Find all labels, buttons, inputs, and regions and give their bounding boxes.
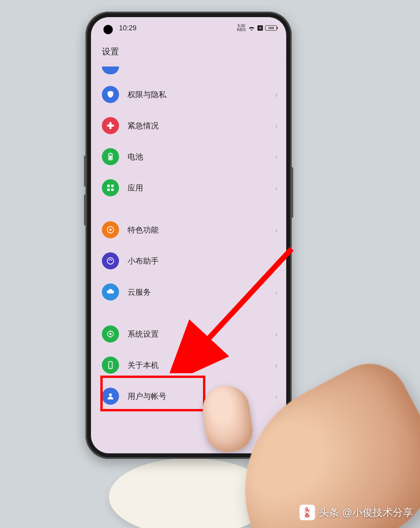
power-button	[291, 167, 293, 218]
svg-rect-8	[107, 189, 110, 191]
svg-rect-5	[110, 153, 111, 154]
phone-screen: 10:29 9.00 KB/S ✕ 100 设置 权限与隐私›紧急情况›电池›应…	[91, 17, 286, 453]
svg-point-15	[110, 367, 111, 368]
partial-previous-item	[102, 66, 286, 74]
chevron-right-icon: ›	[275, 392, 278, 401]
status-right: 9.00 KB/S ✕ 100	[237, 24, 277, 32]
volume-down-button	[84, 194, 86, 226]
settings-item-special[interactable]: 特色功能›	[91, 214, 286, 245]
phone-icon	[102, 357, 119, 374]
shield-icon	[102, 86, 119, 103]
settings-item-assistant[interactable]: 小布助手›	[91, 245, 286, 276]
settings-item-label: 云服务	[128, 287, 266, 297]
settings-item-users[interactable]: 用户与帐号›	[91, 381, 286, 412]
svg-point-12	[107, 258, 114, 264]
svg-rect-7	[111, 185, 114, 187]
settings-item-privacy[interactable]: 权限与隐私›	[91, 79, 286, 110]
chevron-right-icon: ›	[275, 121, 278, 130]
medical-icon	[102, 117, 119, 134]
status-time: 10:29	[119, 24, 136, 32]
star-icon	[102, 221, 119, 238]
watermark-logo: 头条	[299, 505, 315, 520]
chevron-right-icon: ›	[275, 330, 278, 339]
settings-item-label: 特色功能	[128, 225, 266, 235]
settings-item-emergency[interactable]: 紧急情况›	[91, 110, 286, 141]
cloud-icon	[102, 283, 119, 301]
svg-point-2	[110, 93, 111, 94]
chevron-right-icon: ›	[275, 226, 278, 234]
watermark: 头条 头条 @小俊技术分享	[299, 505, 413, 520]
chevron-right-icon: ›	[275, 152, 278, 161]
group-gap	[91, 308, 286, 318]
svg-rect-9	[111, 189, 114, 191]
camera-punch-hole	[103, 25, 113, 34]
chevron-right-icon: ›	[275, 90, 278, 99]
net-speed: 9.00 KB/S	[237, 24, 246, 32]
wifi-icon	[248, 25, 255, 31]
gear-icon	[102, 325, 119, 343]
grid-icon	[102, 179, 119, 196]
settings-item-about[interactable]: 关于本机›	[91, 350, 286, 381]
settings-item-battery[interactable]: 电池›	[91, 141, 286, 172]
svg-rect-6	[107, 185, 110, 187]
chevron-right-icon: ›	[275, 184, 278, 192]
phone-body: 10:29 9.00 KB/S ✕ 100 设置 权限与隐私›紧急情况›电池›应…	[86, 12, 292, 459]
watermark-text: 头条 @小俊技术分享	[319, 506, 413, 519]
settings-item-system[interactable]: 系统设置›	[91, 318, 286, 350]
settings-list[interactable]: 权限与隐私›紧急情况›电池›应用›特色功能›小布助手›云服务›系统设置›关于本机…	[91, 64, 286, 414]
settings-item-label: 紧急情况	[128, 121, 266, 131]
svg-text:✕: ✕	[259, 26, 262, 30]
settings-item-label: 应用	[128, 183, 266, 193]
battery-icon: 100	[265, 25, 277, 31]
chevron-right-icon: ›	[275, 288, 278, 297]
assistant-icon	[102, 252, 119, 269]
svg-point-16	[109, 393, 112, 396]
chevron-right-icon: ›	[275, 257, 278, 266]
page-title: 设置	[91, 39, 286, 64]
settings-item-label: 关于本机	[128, 360, 266, 371]
battery-icon	[102, 148, 119, 165]
svg-point-11	[109, 229, 112, 231]
group-gap	[91, 203, 286, 214]
user-icon	[102, 388, 119, 405]
chevron-right-icon: ›	[275, 361, 278, 370]
svg-rect-4	[109, 156, 112, 159]
volume-up-button	[84, 156, 86, 187]
settings-item-label: 电池	[128, 152, 266, 162]
svg-point-13	[109, 333, 112, 335]
settings-item-label: 权限与隐私	[128, 89, 266, 100]
volte-icon: ✕	[257, 25, 263, 31]
settings-item-apps[interactable]: 应用›	[91, 172, 286, 203]
settings-item-label: 系统设置	[128, 329, 266, 339]
status-bar: 10:29 9.00 KB/S ✕ 100	[91, 17, 286, 39]
settings-item-label: 小布助手	[128, 256, 266, 266]
settings-item-cloud[interactable]: 云服务›	[91, 276, 286, 308]
